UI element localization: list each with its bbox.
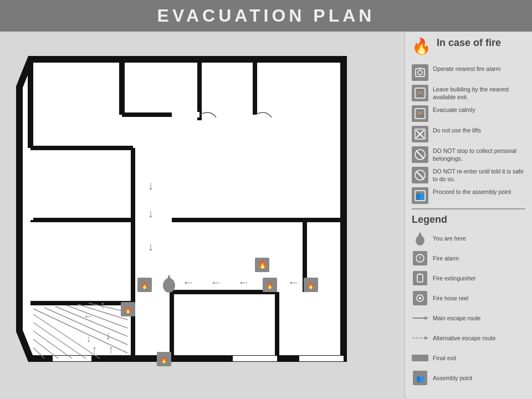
svg-text:←: ← xyxy=(182,275,195,289)
legend-fire-extinguisher-icon xyxy=(412,270,428,287)
legend-you-are-here-text: You are here xyxy=(433,235,466,242)
belongings-icon xyxy=(412,146,428,163)
alarm-icon xyxy=(412,64,428,81)
legend-hose-reel-icon xyxy=(412,290,428,306)
svg-text:↓: ↓ xyxy=(148,239,154,253)
fire-title: In case of fire xyxy=(437,37,501,49)
legend-assembly-point-text: Assembly point xyxy=(433,375,472,381)
instruction-alarm-text: Operate nearest fire alarm xyxy=(433,64,501,73)
legend-alt-escape-text: Alternative escape route xyxy=(433,335,495,341)
svg-text:↑: ↑ xyxy=(108,343,114,355)
instruction-assembly-text: Proceed to the assembly point xyxy=(433,187,511,196)
instruction-lifts: Do not use the lifts xyxy=(412,126,525,142)
floorplan-svg: ↓ ↓ ↓ ← ← ← ← ← ↑ ↓ ↓ ↑ ↑ 🔥 🔥 xyxy=(0,32,377,372)
svg-line-72 xyxy=(416,171,424,179)
assembly-icon: 👥 xyxy=(412,187,428,204)
legend-assembly-point-icon: 👥 xyxy=(412,370,428,386)
legend-you-are-here-icon xyxy=(412,230,428,247)
evacuate-icon: 🏃 xyxy=(412,105,428,122)
legend-fire-extinguisher: Fire extinguisher xyxy=(412,270,525,287)
page-title: EVACUATION PLAN xyxy=(0,6,532,26)
svg-text:🔥: 🔥 xyxy=(160,356,168,364)
svg-text:←: ← xyxy=(210,275,222,289)
right-panel: 🔥 In case of fire Operate nearest fire a… xyxy=(405,32,532,398)
legend-final-exit-icon xyxy=(412,350,428,366)
instruction-reenter-text: DO NOT re-enter until told it is safe to… xyxy=(433,167,525,183)
fire-icon-large: 🔥 xyxy=(412,37,431,55)
instruction-assembly: 👥 Proceed to the assembly point xyxy=(412,187,525,204)
legend-fire-alarm-icon: ! xyxy=(412,250,428,267)
legend-main-escape: Main escape route xyxy=(412,310,525,326)
instruction-belongings: DO NOT stop to collect personal belongin… xyxy=(412,146,525,163)
svg-point-60 xyxy=(418,70,422,75)
svg-text:🔥: 🔥 xyxy=(141,282,149,289)
svg-text:←: ← xyxy=(83,310,94,322)
svg-text:🏃: 🏃 xyxy=(416,109,425,119)
instruction-lifts-text: Do not use the lifts xyxy=(433,126,481,135)
svg-rect-59 xyxy=(416,69,424,76)
legend-fire-alarm-text: Fire alarm xyxy=(433,255,459,262)
svg-marker-76 xyxy=(416,232,424,241)
legend-main-escape-text: Main escape route xyxy=(433,315,480,321)
legend-main-escape-icon xyxy=(412,310,428,326)
legend-fire-extinguisher-text: Fire extinguisher xyxy=(433,275,476,282)
reenter-icon xyxy=(412,167,428,183)
legend-you-are-here: You are here xyxy=(412,230,525,247)
svg-text:🚶: 🚶 xyxy=(416,89,425,98)
svg-marker-84 xyxy=(424,316,428,320)
instruction-evacuate-text: Evacuate calmly xyxy=(433,105,475,114)
instruction-exit-text: Leave building by the nearest available … xyxy=(433,85,525,101)
legend-final-exit: Final exit xyxy=(412,350,525,366)
panel-divider xyxy=(412,208,525,209)
instruction-reenter: DO NOT re-enter until told it is safe to… xyxy=(412,167,525,183)
legend-alt-escape: Alternative escape route xyxy=(412,330,525,346)
svg-text:↓: ↓ xyxy=(86,333,91,344)
svg-line-70 xyxy=(416,151,424,158)
legend-alt-escape-icon xyxy=(412,330,428,346)
floorplan-area: ↓ ↓ ↓ ← ← ← ← ← ↑ ↓ ↓ ↑ ↑ 🔥 🔥 xyxy=(0,32,405,398)
svg-point-82 xyxy=(419,297,421,299)
fire-section: 🔥 In case of fire xyxy=(412,37,525,60)
legend-final-exit-text: Final exit xyxy=(433,355,456,361)
svg-marker-86 xyxy=(424,336,428,340)
exit-icon: 🚶 xyxy=(412,85,428,101)
svg-text:👥: 👥 xyxy=(416,191,425,201)
instruction-belongings-text: DO NOT stop to collect personal belongin… xyxy=(433,146,525,162)
svg-text:🔥: 🔥 xyxy=(258,260,268,269)
svg-text:←: ← xyxy=(238,275,250,289)
svg-text:👥: 👥 xyxy=(416,374,424,382)
svg-text:!: ! xyxy=(420,255,421,262)
svg-rect-79 xyxy=(417,274,423,282)
legend-hose-reel-text: Fire hose reel xyxy=(433,295,468,301)
svg-text:↓: ↓ xyxy=(105,329,111,341)
svg-marker-0 xyxy=(19,59,344,359)
legend-title: Legend xyxy=(412,214,525,226)
instruction-alarm: Operate nearest fire alarm xyxy=(412,64,525,81)
page-header: EVACUATION PLAN xyxy=(0,0,532,32)
svg-text:🔥: 🔥 xyxy=(307,282,315,289)
svg-text:↑: ↑ xyxy=(91,343,97,355)
legend-hose-reel: Fire hose reel xyxy=(412,290,525,306)
svg-text:🔥: 🔥 xyxy=(266,282,274,289)
svg-text:↑: ↑ xyxy=(100,299,105,311)
svg-text:←: ← xyxy=(288,275,300,289)
legend-fire-alarm: ! Fire alarm xyxy=(412,250,525,267)
svg-text:🔥: 🔥 xyxy=(124,306,132,314)
svg-text:↓: ↓ xyxy=(148,178,154,192)
instruction-evacuate: 🏃 Evacuate calmly xyxy=(412,105,525,122)
legend-assembly-point: 👥 Assembly point xyxy=(412,370,525,386)
lifts-icon xyxy=(412,126,428,142)
svg-text:↓: ↓ xyxy=(148,206,154,220)
instruction-exit: 🚶 Leave building by the nearest availabl… xyxy=(412,85,525,101)
